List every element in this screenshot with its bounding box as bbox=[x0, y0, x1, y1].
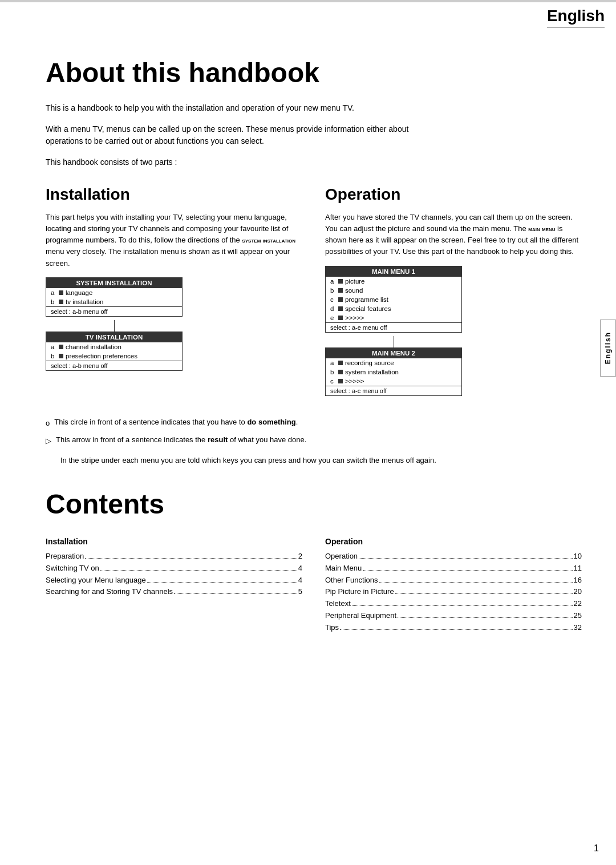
operation-text: After you have stored the TV channels, y… bbox=[325, 212, 582, 258]
bullet-circle-text: This circle in front of a sentence indic… bbox=[54, 417, 298, 428]
contents-item-label: Tips bbox=[325, 622, 339, 634]
dots-separator bbox=[147, 582, 297, 583]
dots-separator bbox=[352, 605, 573, 606]
tv-installation-menu-footer: select : a-b menu off bbox=[46, 361, 182, 370]
installation-text: This part helps you with installing your… bbox=[46, 212, 302, 269]
item-square-icon bbox=[59, 345, 63, 349]
dots-separator bbox=[379, 582, 573, 583]
dots-separator bbox=[85, 558, 297, 559]
menu-item-preselection: b preselection preferences bbox=[46, 351, 182, 361]
item-square-icon bbox=[59, 354, 63, 358]
main-menu-1-footer: select : a-e menu off bbox=[326, 322, 461, 332]
contents-page-ref: 32 bbox=[574, 622, 582, 634]
menu-item-language: a language bbox=[46, 288, 182, 297]
main-menu-2-footer: select : a-c menu off bbox=[326, 386, 461, 395]
main-title: About this handbook bbox=[46, 57, 582, 88]
contents-operation-col: Operation Operation 10 Main Menu 11 Othe… bbox=[325, 537, 582, 634]
menu-item-sound: b sound bbox=[326, 286, 461, 295]
contents-item-switching: Switching TV on 4 bbox=[46, 563, 302, 575]
item-square-icon bbox=[338, 288, 343, 293]
contents-item-searching: Searching for and Storing TV channels 5 bbox=[46, 586, 302, 598]
item-square-icon bbox=[338, 306, 343, 311]
contents-item-label: Switching TV on bbox=[46, 563, 99, 575]
dots-separator bbox=[340, 629, 572, 630]
menu-item-picture: a picture bbox=[326, 277, 461, 286]
contents-item-peripheral: Peripheral Equipment 25 bbox=[325, 610, 582, 622]
menu-item-programme-list: c programme list bbox=[326, 295, 461, 304]
contents-operation-heading: Operation bbox=[325, 537, 582, 546]
contents-item-label: Peripheral Equipment bbox=[325, 610, 396, 622]
installation-title: Installation bbox=[46, 185, 302, 204]
contents-item-label: Selecting your Menu language bbox=[46, 575, 146, 587]
page: English English About this handbook This… bbox=[0, 0, 616, 865]
contents-item-operation: Operation 10 bbox=[325, 551, 582, 563]
operation-title: Operation bbox=[325, 185, 582, 204]
main-menu-2: MAIN MENU 2 a recording source b system … bbox=[325, 347, 462, 396]
dots-separator bbox=[359, 558, 572, 559]
contents-item-label: Operation bbox=[325, 551, 358, 563]
contents-title: Contents bbox=[46, 488, 582, 520]
contents-item-label: Searching for and Storing TV channels bbox=[46, 586, 173, 598]
contents-page-ref: 4 bbox=[298, 575, 302, 587]
menu-item-arrows-2: c >>>>> bbox=[326, 377, 461, 386]
dots-separator bbox=[363, 570, 572, 571]
contents-item-main-menu: Main Menu 11 bbox=[325, 563, 582, 575]
contents-item-preparation: Preparation 2 bbox=[46, 551, 302, 563]
stripe-note: In the stripe under each menu you are to… bbox=[60, 455, 517, 466]
menu-item-channel-installation: a channel installation bbox=[46, 342, 182, 351]
contents-item-label: Pip Picture in Picture bbox=[325, 586, 394, 598]
menu-item-arrows: e >>>>> bbox=[326, 313, 461, 322]
menu-connector-line bbox=[46, 320, 183, 332]
contents-item-other-functions: Other Functions 16 bbox=[325, 575, 582, 587]
item-square-icon bbox=[338, 370, 343, 374]
tv-installation-menu-header: TV INSTALLATION bbox=[46, 332, 182, 342]
contents-item-pip: Pip Picture in Picture 20 bbox=[325, 586, 582, 598]
contents-item-tips: Tips 32 bbox=[325, 622, 582, 634]
intro-paragraph-3: This handbook consists of two parts : bbox=[46, 156, 582, 168]
contents-page-ref: 20 bbox=[574, 586, 582, 598]
bullet-item-arrow: ▷ This arrow in front of a sentence indi… bbox=[46, 434, 502, 447]
arrow-bullet-symbol: ▷ bbox=[46, 435, 51, 447]
contents-item-label: Teletext bbox=[325, 598, 351, 610]
menu-item-recording-source: a recording source bbox=[326, 358, 461, 367]
contents-page-ref: 2 bbox=[298, 551, 302, 563]
main-menu-1-header: MAIN MENU 1 bbox=[326, 266, 461, 277]
menu-connector-line-2 bbox=[325, 336, 462, 347]
two-column-section: Installation This part helps you with in… bbox=[46, 185, 582, 399]
main-menu-1: MAIN MENU 1 a picture b sound c programm… bbox=[325, 266, 462, 333]
operation-column: Operation After you have stored the TV c… bbox=[325, 185, 582, 399]
contents-item-teletext: Teletext 22 bbox=[325, 598, 582, 610]
bullets-section: o This circle in front of a sentence ind… bbox=[46, 417, 582, 466]
system-installation-menu: SYSTEM INSTALLATION a language b tv inst… bbox=[46, 277, 183, 317]
dots-separator bbox=[398, 617, 573, 618]
contents-page-ref: 5 bbox=[298, 586, 302, 598]
circle-bullet-symbol: o bbox=[46, 418, 50, 429]
item-square-icon bbox=[338, 316, 343, 320]
contents-columns: Installation Preparation 2 Switching TV … bbox=[46, 537, 582, 634]
contents-installation-col: Installation Preparation 2 Switching TV … bbox=[46, 537, 302, 634]
item-square-icon bbox=[338, 361, 343, 365]
contents-page-ref: 11 bbox=[574, 563, 582, 575]
sidebar-english-label: English bbox=[604, 332, 612, 364]
contents-page-ref: 25 bbox=[574, 610, 582, 622]
bullet-arrow-text: This arrow in front of a sentence indica… bbox=[56, 434, 306, 446]
menu-item-special-features: d special features bbox=[326, 304, 461, 313]
contents-item-label: Other Functions bbox=[325, 575, 378, 587]
page-number: 1 bbox=[594, 843, 599, 854]
item-square-icon bbox=[59, 300, 63, 304]
item-square-icon bbox=[338, 297, 343, 302]
contents-page-ref: 4 bbox=[298, 563, 302, 575]
dots-separator bbox=[100, 570, 297, 571]
contents-page-ref: 22 bbox=[574, 598, 582, 610]
main-menu-2-header: MAIN MENU 2 bbox=[326, 348, 461, 358]
contents-installation-heading: Installation bbox=[46, 537, 302, 546]
contents-item-label: Main Menu bbox=[325, 563, 362, 575]
installation-column: Installation This part helps you with in… bbox=[46, 185, 302, 399]
menu-item-tv-installation: b tv installation bbox=[46, 297, 182, 306]
sidebar-english-box: English bbox=[600, 320, 616, 377]
system-installation-menu-footer: select : a-b menu off bbox=[46, 306, 182, 316]
bullet-item-circle: o This circle in front of a sentence ind… bbox=[46, 417, 502, 429]
dots-separator bbox=[395, 593, 573, 594]
contents-item-label: Preparation bbox=[46, 551, 84, 563]
dots-separator bbox=[174, 593, 297, 594]
